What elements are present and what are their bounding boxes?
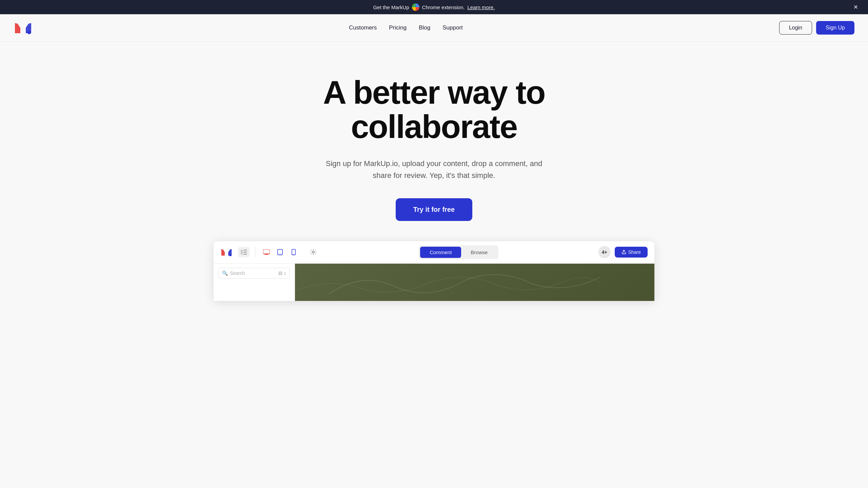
sort-icon[interactable]: ↕ [284, 270, 286, 276]
browse-tab-button[interactable]: Browse [461, 247, 497, 258]
share-button[interactable]: Share [615, 247, 648, 258]
chrome-icon [412, 3, 419, 11]
toolbar-divider [255, 247, 255, 257]
svg-rect-10 [278, 253, 282, 254]
svg-rect-2 [241, 250, 243, 255]
app-frame: Comment Browse 4+ Share 🔍 Search [214, 241, 654, 301]
svg-point-0 [27, 31, 31, 34]
collaborators-count: 4+ [598, 246, 611, 258]
signup-button[interactable]: Sign Up [816, 21, 854, 35]
svg-point-14 [312, 251, 314, 253]
app-toolbar-center: Comment Browse [419, 245, 498, 259]
app-logo-small-icon [220, 247, 233, 257]
sidebar-toggle-icon[interactable] [238, 247, 250, 257]
svg-point-1 [229, 254, 231, 256]
nav-item-blog[interactable]: Blog [419, 24, 430, 31]
login-button[interactable]: Login [779, 21, 812, 35]
app-toolbar-right: 4+ Share [598, 246, 648, 258]
app-content [295, 264, 654, 301]
comment-tab-button[interactable]: Comment [420, 247, 461, 258]
nav-item-pricing[interactable]: Pricing [389, 24, 407, 31]
hero-section: A better way to collaborate Sign up for … [0, 42, 868, 241]
main-nav: Customers Pricing Blog Support Login Sig… [0, 14, 868, 42]
filter-icon[interactable]: ⊟ [278, 270, 282, 276]
svg-point-13 [293, 254, 294, 255]
app-content-inner [295, 264, 654, 301]
banner-learn-more-link[interactable]: Learn more. [467, 4, 495, 10]
nav-item-support[interactable]: Support [442, 24, 463, 31]
settings-gear-icon[interactable] [308, 247, 319, 257]
app-content-decoration [295, 264, 600, 301]
search-icon: 🔍 [222, 270, 228, 276]
mobile-view-icon[interactable] [288, 247, 299, 257]
app-preview-section: Comment Browse 4+ Share 🔍 Search [0, 241, 868, 301]
search-bar-actions: ⊟ ↕ [278, 270, 286, 276]
nav-links: Customers Pricing Blog Support [349, 24, 463, 31]
announcement-banner: Get the MarkUp Chrome extension. Learn m… [0, 0, 868, 14]
hero-title: A better way to collaborate [281, 76, 587, 144]
svg-rect-5 [243, 254, 247, 255]
app-sidebar: 🔍 Search ⊟ ↕ [214, 264, 295, 301]
app-toolbar: Comment Browse 4+ Share [214, 241, 654, 264]
share-icon [622, 250, 626, 255]
nav-logo[interactable] [14, 20, 33, 35]
app-body: 🔍 Search ⊟ ↕ [214, 264, 654, 301]
tablet-view-icon[interactable] [274, 247, 286, 257]
app-toolbar-left [220, 247, 319, 257]
nav-item-customers[interactable]: Customers [349, 24, 377, 31]
banner-extension-text: Chrome extension. [422, 4, 465, 10]
banner-text: Get the MarkUp [373, 4, 409, 10]
svg-rect-4 [243, 252, 247, 252]
svg-rect-6 [263, 249, 270, 254]
hero-subtitle: Sign up for MarkUp.io, upload your conte… [326, 158, 542, 181]
search-bar[interactable]: 🔍 Search ⊟ ↕ [218, 268, 290, 279]
device-icon-group [261, 247, 299, 257]
nav-actions: Login Sign Up [779, 21, 854, 35]
banner-close-button[interactable]: × [850, 2, 861, 13]
markup-logo-icon [14, 20, 33, 35]
try-free-button[interactable]: Try it for free [396, 198, 472, 221]
svg-point-11 [280, 254, 280, 255]
desktop-view-icon[interactable] [261, 247, 272, 257]
svg-rect-3 [243, 250, 247, 250]
